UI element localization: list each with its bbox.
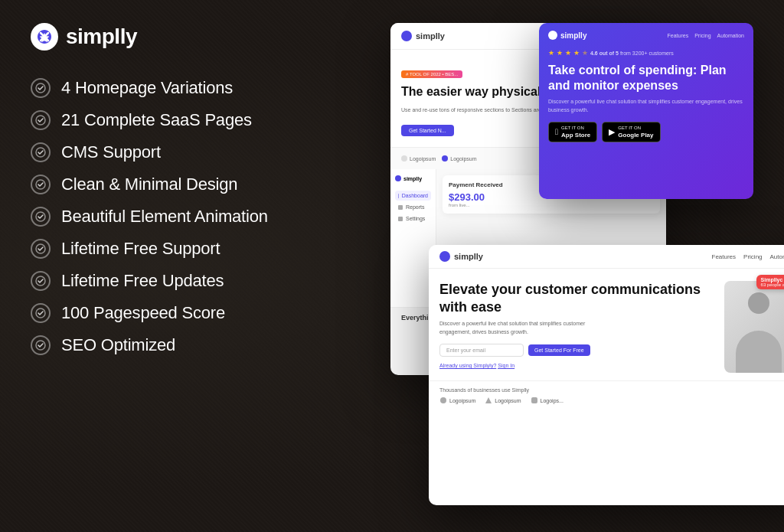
bottom-mock-nav-logo-text: simplly <box>454 252 483 261</box>
bottom-signin-text: Already using Simplyly? <box>439 363 496 368</box>
feature-item-lifetime-support: Lifetime Free Support <box>31 239 368 259</box>
apple-store-btn[interactable]:  GET IT ON App Store <box>548 122 597 142</box>
bottom-mock-nav-logo-icon <box>439 251 450 262</box>
mock-main-nav-logo-icon <box>401 31 412 41</box>
purple-desc: Discover a powerful live chat solution t… <box>548 98 744 114</box>
mock-main-cta-btn[interactable]: Get Started N... <box>401 125 454 136</box>
mock-logo-2: Logoipsum <box>442 155 476 162</box>
purple-nav-logo-text: simplly <box>560 31 586 40</box>
feature-item-seo: SEO Optimized <box>31 335 368 355</box>
check-icon-element-animation <box>31 207 51 227</box>
mock-logo-1: Logoipsum <box>401 155 436 162</box>
purple-app-btns:  GET IT ON App Store ▶ GET IT ON Google… <box>548 122 744 142</box>
bottom-hero-desc: Discover a powerful live chat solution t… <box>439 320 593 336</box>
mock-main-nav-logo: simplly <box>401 31 445 41</box>
feature-item-element-animation: Beautiful Element Animation <box>31 207 368 227</box>
feature-item-pagespeed: 100 Pagespeed Score <box>31 303 368 323</box>
check-icon-saas-pages <box>31 110 51 130</box>
check-icon-homepage-variations <box>31 78 51 98</box>
purple-nav: simplly Features Pricing Automation <box>548 31 744 40</box>
logo-text: simplly <box>66 24 137 49</box>
feature-item-cms-support: CMS Support <box>31 142 368 162</box>
feature-text-element-animation: Beautiful Element Animation <box>61 207 268 227</box>
screenshot-purple: simplly Features Pricing Automation ★ ★ … <box>539 23 753 199</box>
bottom-nav-automation: Automation <box>770 253 784 260</box>
bottom-nav-features: Features <box>712 253 737 260</box>
apple-store-text: GET IT ON App Store <box>561 126 590 139</box>
bottom-logo-text-2: Logoipsum <box>495 398 521 403</box>
svg-marker-12 <box>485 397 492 403</box>
bottom-mock-nav-links: Features Pricing Automation <box>712 253 785 260</box>
purple-nav-link-automation: Automation <box>717 33 744 38</box>
purple-rating-text: 4.6 out of 5 from 3200+ customers <box>590 51 674 56</box>
star-1: ★ <box>548 49 554 57</box>
feature-text-homepage-variations: 4 Homepage Variations <box>61 78 233 98</box>
apple-icon:  <box>555 127 558 136</box>
bottom-hero-signin: Already using Simplyly? Sign In <box>439 363 717 368</box>
purple-rating: ★ ★ ★ ★ ★ 4.6 out of 5 from 3200+ custom… <box>548 49 744 57</box>
google-play-btn[interactable]: ▶ GET IT ON Google Play <box>602 122 660 142</box>
feature-text-lifetime-support: Lifetime Free Support <box>61 239 220 259</box>
mock-card-sub: from live... <box>449 203 654 207</box>
bottom-mock-nav: simplly Features Pricing Automation <box>429 245 784 269</box>
screenshot-bottom-saas: simplly Features Pricing Automation Elev… <box>429 245 784 505</box>
check-icon-seo <box>31 335 51 355</box>
purple-rating-customers: from 3200+ customers <box>620 51 674 56</box>
feature-item-saas-pages: 21 Complete SaaS Pages <box>31 110 368 130</box>
bottom-logo-2: Logoipsum <box>485 397 521 404</box>
notification-online: 63 people are online <box>761 282 784 287</box>
mock-main-tag: # TOOL OF 2022 • BES... <box>401 70 462 78</box>
bottom-email-placeholder: Enter your email <box>446 348 485 353</box>
mock-sidebar-item-dashboard[interactable]: Dashboard <box>395 191 431 201</box>
bottom-signin-link[interactable]: Sign In <box>498 363 514 368</box>
svg-rect-13 <box>531 397 537 403</box>
person-avatar <box>724 281 784 373</box>
google-play-name: Google Play <box>618 132 653 139</box>
notification-badge: Simpllyc 63 people are online <box>756 275 784 289</box>
bottom-mock-hero-left: Elevate your customer communications wit… <box>439 281 717 373</box>
bottom-cta-btn[interactable]: Get Started For Free <box>528 344 590 356</box>
apple-store-name: App Store <box>561 132 590 139</box>
bottom-mock-hero-right: Simpllyc 63 people are online <box>724 281 784 373</box>
apple-store-label: GET IT ON <box>561 126 590 132</box>
bottom-logos-section: Thousands of businesses use Simplly Logo… <box>429 380 784 410</box>
feature-text-saas-pages: 21 Complete SaaS Pages <box>61 110 252 130</box>
mock-sidebar-item-settings[interactable]: Settings <box>395 214 431 224</box>
star-3: ★ <box>565 49 571 57</box>
bottom-hero-title: Elevate your customer communications wit… <box>439 281 717 315</box>
purple-stars-value: 4.6 out of 5 <box>590 51 619 56</box>
bottom-mock-nav-logo: simplly <box>439 251 483 262</box>
mock-sidebar-item-reports[interactable]: Reports <box>395 202 431 212</box>
feature-item-lifetime-updates: Lifetime Free Updates <box>31 271 368 291</box>
feature-text-lifetime-updates: Lifetime Free Updates <box>61 271 224 291</box>
page-container: simplly 4 Homepage Variations <box>0 0 784 532</box>
star-2: ★ <box>557 49 563 57</box>
check-icon-pagespeed <box>31 303 51 323</box>
bottom-logo-text-1: Logoipsum <box>449 398 475 403</box>
bottom-logo-text-3: Logoips... <box>541 398 564 403</box>
mock-main-nav-logo-text: simplly <box>416 31 445 41</box>
feature-list: 4 Homepage Variations 21 Complete SaaS P… <box>31 78 368 355</box>
logo-icon <box>31 23 58 51</box>
feature-text-clean-minimal: Clean & Minimal Design <box>61 175 237 194</box>
svg-point-11 <box>440 397 446 403</box>
purple-header: simplly Features Pricing Automation ★ ★ … <box>539 23 753 147</box>
bottom-email-input[interactable]: Enter your email <box>439 344 524 357</box>
feature-text-cms-support: CMS Support <box>61 142 161 162</box>
bottom-logo-1: Logoipsum <box>439 397 475 404</box>
check-icon-lifetime-support <box>31 239 51 259</box>
purple-nav-links: Features Pricing Automation <box>668 33 744 38</box>
purple-title: Take control of spending: Plan and monit… <box>548 63 744 93</box>
feature-text-seo: SEO Optimized <box>61 335 175 355</box>
left-panel: simplly 4 Homepage Variations <box>31 23 368 509</box>
purple-nav-link-pricing: Pricing <box>694 33 710 38</box>
star-5: ★ <box>582 49 588 57</box>
mock-sidebar-logo: simplly <box>395 175 431 181</box>
feature-item-homepage-variations: 4 Homepage Variations <box>31 78 368 98</box>
bottom-logos-title: Thousands of businesses use Simplly <box>439 387 784 393</box>
brand-logo[interactable]: simplly <box>31 23 368 51</box>
star-4: ★ <box>573 49 580 57</box>
purple-nav-logo: simplly <box>548 31 586 40</box>
purple-nav-logo-icon <box>548 31 557 40</box>
check-icon-cms-support <box>31 142 51 162</box>
